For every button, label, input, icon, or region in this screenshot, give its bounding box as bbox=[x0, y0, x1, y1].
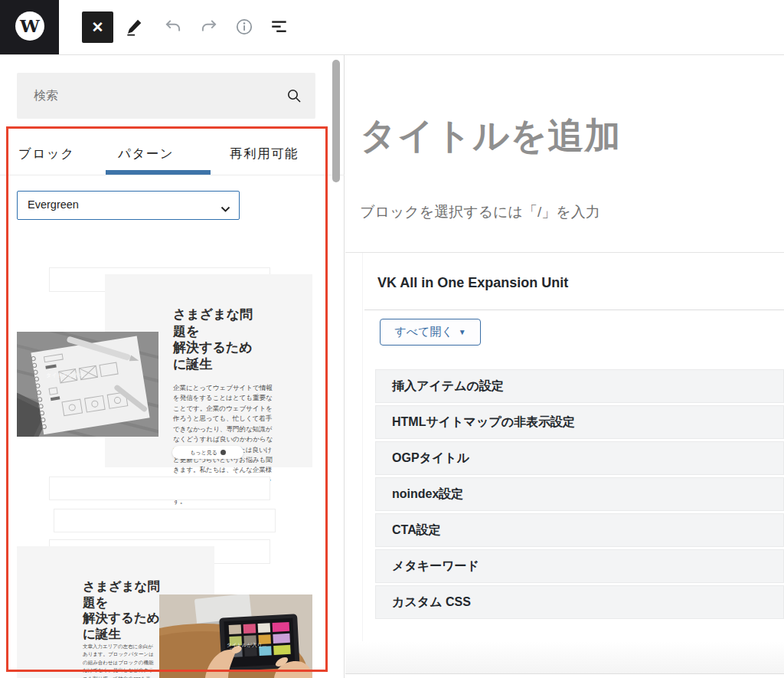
sidebar-scrollbar[interactable] bbox=[332, 60, 340, 182]
search-input[interactable]: 検索 bbox=[17, 73, 315, 119]
accordion-cta[interactable]: CTA設定 bbox=[375, 513, 784, 547]
block-inserter-toggle-button[interactable]: ✕ bbox=[82, 11, 113, 43]
post-title-field[interactable]: タイトルを追加 bbox=[360, 112, 622, 160]
edit-mode-button[interactable] bbox=[122, 16, 145, 39]
close-icon: ✕ bbox=[92, 20, 104, 34]
metabox-title-divider bbox=[364, 310, 784, 310]
metabox-edge-line bbox=[362, 253, 363, 641]
list-view-icon bbox=[270, 17, 289, 39]
pattern-2-body: 文章入力エリアの左右に余白があります。ブロックパターンはの組み合わせはブロックの… bbox=[83, 643, 154, 678]
editor-canvas: タイトルを追加 ブロックを選択するには「/」を入力 VK All in One … bbox=[345, 55, 784, 678]
tabs-divider bbox=[0, 175, 345, 175]
list-view-button[interactable] bbox=[269, 17, 290, 38]
pattern-1-heading[interactable]: さまざまな問 題を 解決するため に誕生 bbox=[173, 306, 253, 372]
redo-icon bbox=[199, 17, 219, 39]
wordpress-logo-icon: W bbox=[15, 11, 45, 44]
open-all-button[interactable]: すべて開く ▼ bbox=[380, 319, 481, 346]
editor-toolbar: W ✕ bbox=[0, 0, 784, 55]
accordion-html-sitemap[interactable]: HTMLサイトマップの非表示設定 bbox=[375, 405, 784, 439]
pattern-1-more-button: もっと見る bbox=[172, 446, 243, 459]
more-arrow-icon bbox=[220, 450, 226, 455]
pattern-preview-spacer-2[interactable] bbox=[54, 509, 276, 532]
chevron-down-icon bbox=[220, 202, 230, 216]
search-icon bbox=[285, 87, 303, 108]
pattern-2-photo[interactable]: タイトルが入り... bbox=[159, 594, 312, 678]
wordpress-logo-button[interactable]: W bbox=[0, 0, 59, 54]
svg-text:W: W bbox=[19, 15, 41, 36]
tablet-hands-photo bbox=[159, 594, 312, 678]
pattern-1-photo[interactable]: タイトルが入り... bbox=[17, 332, 158, 437]
pattern-2-heading[interactable]: さまざまな問 題を 解決するため に誕生 bbox=[83, 578, 160, 641]
pencil-icon bbox=[124, 17, 144, 39]
pattern-category-select[interactable]: Evergreen bbox=[17, 191, 240, 220]
pattern-2-photo-caption: タイトルが入り... bbox=[227, 642, 266, 649]
canvas-metabox-divider bbox=[345, 252, 784, 253]
pattern-preview-spacer-1[interactable] bbox=[49, 477, 270, 500]
undo-button[interactable] bbox=[162, 17, 184, 38]
accordion-insert-items[interactable]: 挿入アイテムの設定 bbox=[375, 369, 784, 403]
pattern-category-value: Evergreen bbox=[28, 192, 79, 218]
metabox-title: VK All in One Expansion Unit bbox=[377, 275, 568, 291]
accordion-meta-keywords[interactable]: メタキーワード bbox=[375, 549, 784, 583]
redo-button[interactable] bbox=[198, 17, 220, 38]
info-icon bbox=[234, 17, 254, 39]
details-info-button[interactable] bbox=[234, 17, 255, 38]
tab-reusable[interactable]: 再利用可能 bbox=[230, 142, 299, 165]
triangle-down-icon: ▼ bbox=[459, 329, 466, 336]
undo-icon bbox=[163, 17, 183, 39]
metabox-bottom-fade bbox=[345, 641, 784, 674]
accordion-custom-css[interactable]: カスタム CSS bbox=[375, 585, 784, 619]
settings-accordion: 挿入アイテムの設定 HTMLサイトマップの非表示設定 OGPタイトル noind… bbox=[375, 369, 784, 621]
open-all-label: すべて開く bbox=[394, 325, 452, 339]
block-inserter-panel: 検索 ブロック パターン 再利用可能 Evergreen bbox=[0, 55, 345, 678]
accordion-noindex[interactable]: noindex設定 bbox=[375, 477, 784, 511]
notebook-wireframe-photo bbox=[17, 332, 158, 437]
tab-blocks[interactable]: ブロック bbox=[18, 142, 75, 165]
block-appender-placeholder[interactable]: ブロックを選択するには「/」を入力 bbox=[360, 202, 600, 222]
accordion-ogp-title[interactable]: OGPタイトル bbox=[375, 441, 784, 475]
pattern-1-photo-caption: タイトルが入り... bbox=[46, 372, 89, 379]
search-placeholder: 検索 bbox=[34, 73, 58, 119]
wordpress-block-editor: W ✕ bbox=[0, 0, 784, 678]
more-label: もっと見る bbox=[190, 449, 217, 457]
tab-patterns[interactable]: パターン bbox=[118, 142, 174, 165]
